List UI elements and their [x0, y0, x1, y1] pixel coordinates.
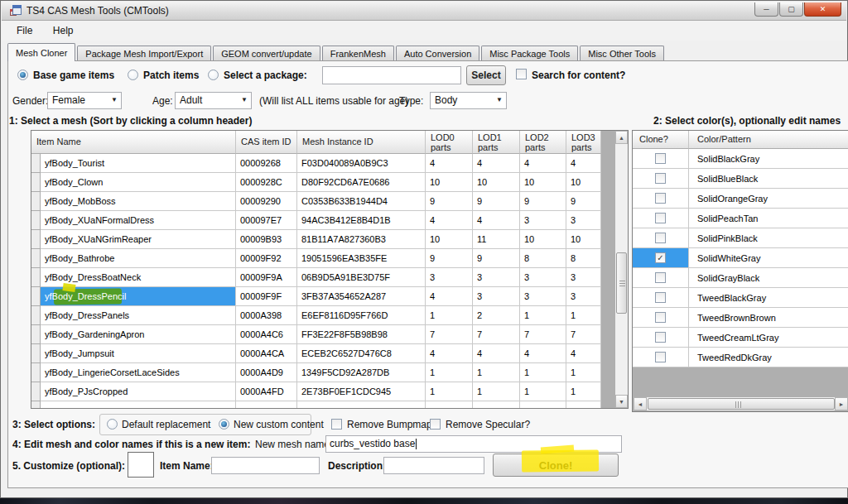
- mesh-table-row[interactable]: yfBody_PJsCropped0000A4FD2E73BF0EF1CDC94…: [31, 382, 615, 401]
- package-path-input[interactable]: [322, 66, 461, 84]
- cell-lod1-parts[interactable]: 3: [473, 287, 520, 306]
- cell-lod0-parts[interactable]: 1: [426, 363, 473, 382]
- mesh-table-row[interactable]: yfBody_Tourist00009268F03D040089A0B9C344…: [31, 154, 615, 173]
- cell-lod0-parts[interactable]: 1: [426, 382, 473, 401]
- row-header[interactable]: [31, 173, 41, 192]
- cell-item-name[interactable]: yfBody_LingerieCorsetLaceSides: [41, 363, 236, 382]
- color-table-row[interactable]: SolidGrayBlack: [633, 268, 848, 288]
- scroll-up-icon[interactable]: ▲: [615, 131, 628, 144]
- cell-item-name[interactable]: yfBody_DressPanels: [41, 306, 236, 325]
- cell-lod2-parts[interactable]: 3: [520, 287, 566, 306]
- cell-lod3-parts[interactable]: 3: [566, 211, 601, 230]
- mesh-table-vertical-scrollbar[interactable]: ▲ ▼: [615, 131, 628, 408]
- remove-specular-checkbox[interactable]: [430, 419, 441, 430]
- scrollbar-thumb[interactable]: [648, 398, 835, 410]
- cell-lod3-parts[interactable]: 1: [566, 363, 601, 382]
- cell-mesh-instance-id[interactable]: F03D040089A0B9C3: [297, 154, 426, 173]
- color-table[interactable]: Clone? Color/Pattern SolidBlackGraySolid…: [632, 130, 848, 412]
- select-package-radio[interactable]: [208, 70, 219, 80]
- column-header-mesh-instance-id[interactable]: Mesh Instance ID: [297, 131, 426, 154]
- description-input[interactable]: [383, 457, 484, 474]
- clone-checkbox[interactable]: [655, 272, 666, 283]
- cell-lod0-parts[interactable]: 7: [426, 325, 473, 344]
- tab-package-mesh-import-export[interactable]: Package Mesh Import/Export: [77, 46, 211, 61]
- cell-cas-item-id[interactable]: 00009268: [236, 154, 297, 173]
- cell-lod3-parts[interactable]: 1: [566, 306, 601, 325]
- cell-item-name[interactable]: yfBody_XUaNGrimReaper: [41, 230, 236, 249]
- cell-cas-item-id[interactable]: 0000A398: [236, 306, 297, 325]
- age-dropdown[interactable]: Adult ▼: [175, 92, 252, 109]
- cell-lod1-parts[interactable]: 11: [473, 230, 520, 249]
- column-header-color-pattern[interactable]: Color/Pattern: [689, 131, 848, 149]
- mesh-table-row[interactable]: yfBody_Clown0000928CD80F92CD6A7E06861010…: [31, 173, 615, 192]
- cell-lod3-parts[interactable]: 7: [566, 325, 601, 344]
- clone-checkbox[interactable]: [655, 233, 666, 243]
- cell-color-pattern[interactable]: SolidBlackGray: [689, 149, 848, 169]
- cell-mesh-instance-id[interactable]: 1349F5CD92A287DB: [297, 363, 426, 382]
- color-table-row[interactable]: SolidBlackGray: [633, 149, 848, 169]
- row-header[interactable]: [31, 382, 41, 401]
- cell-clone[interactable]: [633, 209, 689, 228]
- cell-lod2-parts[interactable]: 4: [520, 154, 566, 173]
- row-header[interactable]: [31, 230, 41, 249]
- cell-lod0-parts[interactable]: 10: [426, 230, 473, 249]
- cell-mesh-instance-id[interactable]: FF3E22F8F5B98B98: [297, 325, 426, 344]
- mesh-table-row[interactable]: yfBody_XUaNGrimReaper00009B9381B11A7A827…: [31, 230, 615, 249]
- row-header[interactable]: [31, 363, 41, 382]
- cell-mesh-instance-id[interactable]: ECEB2C6527D476C8: [297, 344, 426, 363]
- cell-lod3-parts[interactable]: 3: [566, 268, 601, 287]
- scroll-left-icon[interactable]: ◄: [634, 397, 647, 410]
- color-table-row[interactable]: SolidPinkBlack: [633, 228, 848, 248]
- cell-mesh-instance-id[interactable]: 06B9D5A91BE3D75F: [297, 268, 426, 287]
- remove-bumpmap-checkbox[interactable]: [331, 419, 342, 430]
- column-header-lod2[interactable]: LOD2parts: [520, 131, 566, 154]
- color-table-row[interactable]: TweedRedDkGray: [633, 348, 848, 367]
- color-table-horizontal-scrollbar[interactable]: ◄ ►: [634, 397, 848, 410]
- cell-lod2-parts[interactable]: 8: [520, 249, 566, 268]
- clone-checkbox[interactable]: [655, 312, 666, 323]
- cell-item-name[interactable]: yfBody_PJsCropped: [41, 382, 236, 401]
- new-custom-content-radio[interactable]: [219, 419, 229, 430]
- cell-lod1-parts[interactable]: 10: [473, 173, 520, 192]
- cell-cas-item-id[interactable]: 00009F92: [236, 249, 297, 268]
- search-for-content-checkbox[interactable]: [516, 69, 527, 79]
- mesh-table-row[interactable]: yfBody_DressPencil00009F9F3FB37A354652A2…: [31, 287, 615, 306]
- cell-lod1-parts[interactable]: 3: [473, 268, 520, 287]
- thumbnail-box[interactable]: [128, 452, 154, 478]
- cell-lod2-parts[interactable]: 1: [520, 382, 566, 401]
- mesh-table-row[interactable]: yfBody_XUaNFormalDress000097E794AC3B412E…: [31, 211, 615, 230]
- row-header[interactable]: [31, 344, 41, 363]
- cell-clone[interactable]: [633, 308, 689, 328]
- cell-clone[interactable]: [633, 228, 689, 248]
- cell-color-pattern[interactable]: SolidGrayBlack: [689, 268, 848, 288]
- cell-clone[interactable]: [633, 149, 689, 169]
- cell-color-pattern[interactable]: SolidOrangeGray: [689, 189, 848, 209]
- cell-lod3-parts[interactable]: 3: [566, 287, 601, 306]
- cell-cas-item-id[interactable]: 00009F9F: [236, 287, 297, 306]
- cell-mesh-instance-id[interactable]: 3FB37A354652A287: [297, 287, 426, 306]
- cell-lod2-parts[interactable]: 1: [520, 363, 566, 382]
- cell-item-name[interactable]: yfBody_Tourist: [41, 154, 236, 173]
- cell-cas-item-id[interactable]: 00009F9A: [236, 268, 297, 287]
- row-header[interactable]: [31, 287, 41, 306]
- column-header-lod3[interactable]: LOD3parts: [566, 131, 601, 154]
- cell-lod0-parts[interactable]: 4: [426, 211, 473, 230]
- item-name-input[interactable]: [211, 457, 320, 474]
- cell-item-name[interactable]: yfBody_GardeningApron: [41, 325, 236, 344]
- cell-lod3-parts[interactable]: 10: [566, 230, 601, 249]
- mesh-table-row-partial[interactable]: [31, 401, 615, 409]
- type-dropdown[interactable]: Body ▼: [430, 92, 507, 109]
- clone-checkbox[interactable]: [655, 153, 666, 164]
- row-header[interactable]: [31, 154, 41, 173]
- tab-misc-package-tools[interactable]: Misc Package Tools: [481, 46, 578, 61]
- column-header-clone[interactable]: Clone?: [633, 131, 689, 149]
- cell-lod1-parts[interactable]: 1: [473, 363, 520, 382]
- menu-help[interactable]: Help: [45, 21, 82, 40]
- tab-geom-convert-update[interactable]: GEOM convert/update: [213, 46, 320, 61]
- cell-cas-item-id[interactable]: 00009290: [236, 192, 297, 211]
- cell-cas-item-id[interactable]: 0000A4C6: [236, 325, 297, 344]
- column-header-lod0[interactable]: LOD0parts: [426, 131, 473, 154]
- color-table-row[interactable]: SolidBlueBlack: [633, 169, 848, 189]
- cell-lod0-parts[interactable]: 4: [426, 344, 473, 363]
- cell-color-pattern[interactable]: TweedRedDkGray: [689, 348, 848, 367]
